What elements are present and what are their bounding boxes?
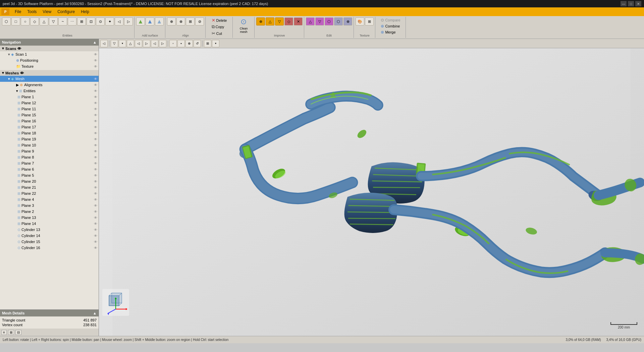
plane2-eye[interactable]: 👁 bbox=[94, 210, 97, 214]
plane3-eye[interactable]: 👁 bbox=[94, 204, 97, 208]
plane21-item[interactable]: ⊞Plane 21👁 bbox=[0, 184, 99, 190]
plane6-eye[interactable]: 👁 bbox=[94, 168, 97, 171]
viewport-canvas[interactable]: 200 mm bbox=[99, 48, 644, 336]
scan1-item[interactable]: ▾ ◈ Scan 1 👁 bbox=[0, 51, 99, 57]
plane13-eye[interactable]: 👁 bbox=[94, 216, 97, 220]
plane10-eye[interactable]: 👁 bbox=[94, 143, 97, 147]
plane19-item[interactable]: ⊞Plane 19👁 bbox=[0, 136, 99, 142]
plane4-item[interactable]: ⊞Plane 4👁 bbox=[0, 196, 99, 202]
navigation-collapse-icon[interactable]: ▲ bbox=[93, 40, 97, 44]
entity-btn-11[interactable]: ⊙ bbox=[96, 17, 105, 25]
edit-btn-5[interactable]: ⊕ bbox=[343, 17, 352, 25]
mesh-details-collapse-icon[interactable]: ▲ bbox=[93, 311, 97, 315]
meshes-eye-icon[interactable]: 👁 bbox=[20, 71, 24, 75]
menu-configure[interactable]: Configure bbox=[55, 9, 77, 15]
entity-btn-13[interactable]: ◁ bbox=[115, 17, 123, 25]
plane15-item[interactable]: ⊞Plane 15👁 bbox=[0, 112, 99, 118]
plane9-item[interactable]: ⊞Plane 9👁 bbox=[0, 148, 99, 154]
vp-view-back-btn[interactable]: ◁ bbox=[151, 40, 158, 47]
positioning-eye-icon[interactable]: 👁 bbox=[94, 59, 97, 62]
mesh-details-list-view-button[interactable]: ≡ bbox=[1, 330, 7, 335]
clean-mesh-button[interactable]: ⊙ Cleanmesh bbox=[240, 17, 248, 34]
scan1-texture-eye-icon[interactable]: 👁 bbox=[94, 65, 97, 68]
plane8-item[interactable]: ⊞Plane 8👁 bbox=[0, 154, 99, 160]
vp-select-btn[interactable]: ▽ bbox=[111, 40, 118, 47]
entity-btn-1[interactable]: ⬡ bbox=[2, 17, 11, 25]
plane20-eye[interactable]: 👁 bbox=[94, 180, 97, 183]
plane2-item[interactable]: ⊞Plane 2👁 bbox=[0, 209, 99, 215]
plane20-item[interactable]: ⊞Plane 20👁 bbox=[0, 178, 99, 184]
mesh-details-filter-button[interactable]: ⊟ bbox=[15, 330, 21, 335]
title-bar-controls[interactable]: — □ ✕ bbox=[621, 1, 641, 6]
cylinder15-item[interactable]: ⊙Cylinder 15👁 bbox=[0, 239, 99, 245]
plane11-item[interactable]: ⊞Plane 11👁 bbox=[0, 106, 99, 112]
entity-btn-3[interactable]: ○ bbox=[21, 17, 30, 25]
viewport[interactable]: ◁ ▽ ▾ △ ◁ ▷ ◁ ▷ ▫ ▪ ⊕ ↺ ⊞ ▾ bbox=[99, 39, 644, 336]
vp-zoom-btn[interactable]: ⊕ bbox=[185, 40, 193, 47]
plane22-item[interactable]: ⊞Plane 22👁 bbox=[0, 190, 99, 196]
texture-btn-2[interactable]: ⊞ bbox=[365, 17, 374, 25]
vp-select-region-btn[interactable]: ▫ bbox=[169, 40, 177, 47]
scan1-texture-item[interactable]: 📁 Texture 👁 bbox=[0, 63, 99, 69]
plane5-eye[interactable]: 👁 bbox=[94, 174, 97, 177]
plane11-eye[interactable]: 👁 bbox=[94, 107, 97, 111]
vp-view-top-btn[interactable]: △ bbox=[127, 40, 134, 47]
close-button[interactable]: ✕ bbox=[635, 1, 641, 6]
cylinder15-eye[interactable]: 👁 bbox=[94, 240, 97, 244]
vp-display-btn[interactable]: ⊞ bbox=[204, 40, 211, 47]
plane17-eye[interactable]: 👁 bbox=[94, 125, 97, 129]
plane21-eye[interactable]: 👁 bbox=[94, 186, 97, 189]
cylinder16-item[interactable]: ⊙Cylinder 16👁 bbox=[0, 245, 99, 251]
entity-btn-6[interactable]: ▽ bbox=[49, 17, 58, 25]
meshes-section-header[interactable]: ▾ Meshes 👁 bbox=[0, 70, 99, 76]
plane18-item[interactable]: ⊞Plane 18👁 bbox=[0, 130, 99, 136]
cut-button[interactable]: ✂ Cut bbox=[211, 31, 228, 36]
plane16-item[interactable]: ⊞Plane 16👁 bbox=[0, 118, 99, 124]
entity-btn-10[interactable]: ⊡ bbox=[87, 17, 95, 25]
vp-view-left-btn[interactable]: ▷ bbox=[159, 40, 166, 47]
mesh-item[interactable]: ▾ ◈ Mesh 👁 bbox=[0, 76, 99, 82]
improve-btn-5[interactable]: ✕ bbox=[294, 17, 303, 25]
edit-btn-3[interactable]: ⬡ bbox=[325, 17, 333, 25]
entity-btn-14[interactable]: ▷ bbox=[124, 17, 133, 25]
add-surface-btn-1[interactable]: ▲ bbox=[136, 17, 145, 25]
entity-btn-12[interactable]: ✦ bbox=[105, 17, 114, 25]
entity-btn-2[interactable]: □ bbox=[11, 17, 20, 25]
plane1-item[interactable]: ⊞Plane 1👁 bbox=[0, 94, 99, 100]
entities-eye-icon[interactable]: 👁 bbox=[94, 89, 97, 93]
add-surface-btn-2[interactable]: ▲ bbox=[146, 17, 154, 25]
edit-btn-1[interactable]: △ bbox=[306, 17, 315, 25]
cylinder13-item[interactable]: ⊙Cylinder 13👁 bbox=[0, 227, 99, 233]
entity-btn-9[interactable]: ⊞ bbox=[77, 17, 86, 25]
plane14-item[interactable]: ⊞Plane 14👁 bbox=[0, 221, 99, 227]
menu-tools[interactable]: Tools bbox=[24, 9, 39, 15]
plane14-eye[interactable]: 👁 bbox=[94, 222, 97, 226]
entity-btn-7[interactable]: ~ bbox=[58, 17, 67, 25]
entity-btn-5[interactable]: △ bbox=[40, 17, 48, 25]
vp-rotate-btn[interactable]: ↺ bbox=[194, 40, 201, 47]
plane22-eye[interactable]: 👁 bbox=[94, 192, 97, 195]
plane7-eye[interactable]: 👁 bbox=[94, 162, 97, 165]
maximize-button[interactable]: □ bbox=[628, 1, 634, 6]
align-btn-3[interactable]: ⊞ bbox=[186, 17, 195, 25]
plane4-eye[interactable]: 👁 bbox=[94, 198, 97, 201]
vp-fit-btn[interactable]: ▪ bbox=[177, 40, 185, 47]
align-btn-1[interactable]: ⊕ bbox=[167, 17, 176, 25]
menu-view[interactable]: View bbox=[40, 9, 54, 15]
plane1-eye[interactable]: 👁 bbox=[94, 95, 97, 99]
plane7-item[interactable]: ⊞Plane 7👁 bbox=[0, 160, 99, 166]
vp-view-right-btn[interactable]: ▷ bbox=[143, 40, 150, 47]
scan1-eye-icon[interactable]: 👁 bbox=[94, 53, 97, 56]
plane5-item[interactable]: ⊞Plane 5👁 bbox=[0, 172, 99, 178]
vp-view-front-btn[interactable]: ◁ bbox=[135, 40, 142, 47]
alignments-item[interactable]: ▶ ⊕ Alignments 👁 bbox=[0, 82, 99, 88]
vp-collapse-panel-btn[interactable]: ◁ bbox=[100, 40, 108, 47]
edit-btn-4[interactable]: ⬡ bbox=[334, 17, 343, 25]
plane18-eye[interactable]: 👁 bbox=[94, 131, 97, 135]
minimize-button[interactable]: — bbox=[621, 1, 627, 6]
mesh-eye-icon[interactable]: 👁 bbox=[94, 77, 97, 81]
plane6-item[interactable]: ⊞Plane 6👁 bbox=[0, 166, 99, 172]
vp-display-down-btn[interactable]: ▾ bbox=[212, 40, 219, 47]
mesh-details-grid-view-button[interactable]: ⊞ bbox=[8, 330, 14, 335]
copy-button[interactable]: ⧉ Copy bbox=[211, 24, 228, 30]
